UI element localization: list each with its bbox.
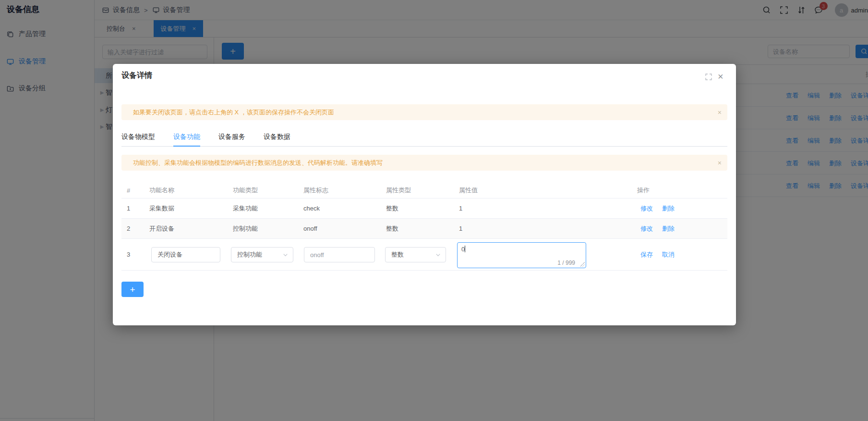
function-edit-row: 3 控制功能 整数 0 1 / 999 xyxy=(121,239,727,271)
close-icon[interactable]: × xyxy=(718,159,722,167)
attribute-type: 整数 xyxy=(386,198,398,218)
function-name-input[interactable] xyxy=(151,247,220,262)
close-icon[interactable]: × xyxy=(718,69,723,84)
maximize-icon[interactable] xyxy=(705,73,712,81)
function-type-select[interactable]: 控制功能 xyxy=(231,247,293,262)
column-header: 功能类型 xyxy=(233,183,258,198)
row-index: 2 xyxy=(127,219,130,238)
attribute-flag: onoff xyxy=(303,219,317,238)
plus-icon: + xyxy=(130,285,135,295)
alert-text: 如果要关闭该页面，请点击右上角的 X ，该页面的保存操作不会关闭页面 xyxy=(133,108,334,117)
tab-device-model[interactable]: 设备物模型 xyxy=(121,127,155,146)
chevron-down-icon xyxy=(282,252,289,258)
row-index: 3 xyxy=(127,239,130,270)
attribute-value: 1 xyxy=(459,219,462,238)
modify-link[interactable]: 修改 xyxy=(640,198,653,218)
chevron-down-icon xyxy=(435,252,441,258)
attribute-value: 1 xyxy=(459,198,462,218)
function-type: 控制功能 xyxy=(233,219,258,238)
select-value: 控制功能 xyxy=(237,250,262,259)
close-warning-alert: 如果要关闭该页面，请点击右上角的 X ，该页面的保存操作不会关闭页面 × xyxy=(121,104,727,120)
modal-title: 设备详情 xyxy=(121,71,152,81)
row-index: 1 xyxy=(127,198,130,218)
delete-link[interactable]: 删除 xyxy=(662,198,675,218)
modify-link[interactable]: 修改 xyxy=(640,219,653,238)
close-icon[interactable]: × xyxy=(718,109,722,116)
char-counter: 1 / 999 xyxy=(557,260,575,266)
attribute-value-textarea[interactable]: 0 1 / 999 xyxy=(457,242,586,268)
device-detail-modal: 设备详情 × 如果要关闭该页面，请点击右上角的 X ，该页面的保存操作不会关闭页… xyxy=(113,64,736,325)
tab-device-function[interactable]: 设备功能 xyxy=(173,127,200,146)
modal-tabs: 设备物模型 设备功能 设备服务 设备数据 xyxy=(121,127,727,147)
select-value: 整数 xyxy=(391,250,404,259)
attribute-type: 整数 xyxy=(386,219,398,238)
add-function-button[interactable]: + xyxy=(121,282,144,297)
function-table: # 功能名称 功能类型 属性标志 属性类型 属性值 操作 1 采集数据 采集功能… xyxy=(121,183,727,271)
column-header: 功能名称 xyxy=(149,183,174,198)
function-info-alert: 功能控制、采集功能会根据物模型的编码进行数据消息的发送、代码解析功能。请准确填写… xyxy=(121,155,727,171)
column-header: # xyxy=(127,183,130,198)
alert-text: 功能控制、采集功能会根据物模型的编码进行数据消息的发送、代码解析功能。请准确填写 xyxy=(133,159,383,167)
delete-link[interactable]: 删除 xyxy=(662,219,675,238)
textarea-value: 0 xyxy=(461,246,465,253)
function-row: 2 开启设备 控制功能 onoff 整数 1 修改 删除 xyxy=(121,219,727,239)
column-header: 属性类型 xyxy=(386,183,411,198)
function-table-header: # 功能名称 功能类型 属性标志 属性类型 属性值 操作 xyxy=(121,183,727,198)
function-name: 采集数据 xyxy=(149,198,174,218)
resize-handle-icon[interactable] xyxy=(580,262,585,267)
column-header: 属性标志 xyxy=(303,183,328,198)
function-type: 采集功能 xyxy=(233,198,258,218)
attribute-flag: check xyxy=(303,198,320,218)
function-row: 1 采集数据 采集功能 check 整数 1 修改 删除 xyxy=(121,198,727,219)
save-link[interactable]: 保存 xyxy=(640,239,653,270)
cancel-link[interactable]: 取消 xyxy=(662,239,675,270)
text-cursor xyxy=(465,246,465,252)
tab-device-data[interactable]: 设备数据 xyxy=(264,127,290,146)
column-header: 操作 xyxy=(637,183,650,198)
tab-device-service[interactable]: 设备服务 xyxy=(218,127,245,146)
function-name: 开启设备 xyxy=(149,219,174,238)
column-header: 属性值 xyxy=(459,183,478,198)
app: 设备信息 产品管理 设备管理 设备分组 设备信息 > xyxy=(0,0,868,421)
attribute-type-select[interactable]: 整数 xyxy=(385,247,446,262)
attribute-flag-input[interactable] xyxy=(304,247,375,262)
